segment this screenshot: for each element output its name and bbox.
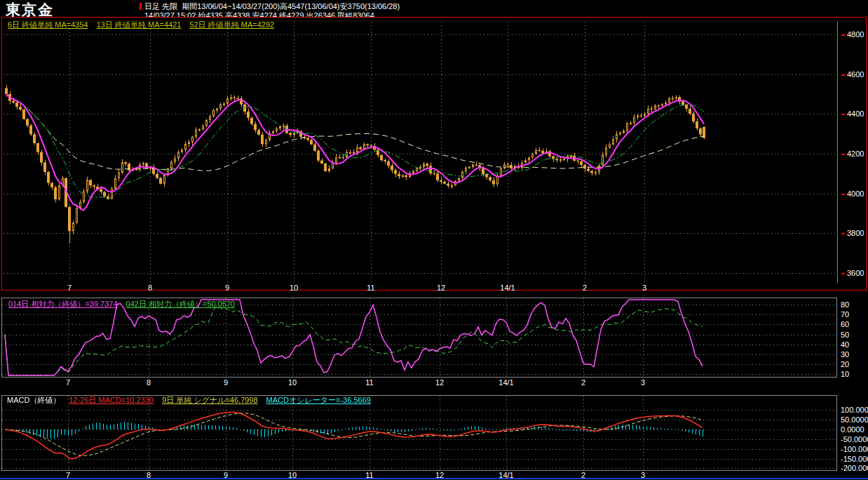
axis-tick-mark — [841, 233, 845, 234]
x-axis-label: 7 — [57, 378, 79, 387]
legend-item: 52日 終値単純 MA=4292 — [189, 20, 274, 29]
red-cursor-mark — [140, 3, 142, 10]
candlestick-chart-canvas[interactable] — [4, 22, 838, 283]
y-axis-label: 10 — [841, 370, 849, 378]
y-axis-label: 40 — [841, 340, 849, 349]
rsi-panel: 014日 相対力（終値）=39.7374042日 相対力（終値）=50.0570… — [1, 298, 867, 387]
legend-item: 12-26日 MACD=10.2330 — [69, 396, 154, 404]
x-axis-label: 8 — [138, 378, 159, 387]
x-axis-label: 3 — [632, 471, 653, 479]
x-axis-label: 10 — [283, 284, 304, 292]
y-axis-label: 4600 — [841, 70, 864, 79]
x-axis-label: 9 — [217, 284, 238, 292]
y-axis-label: 30 — [841, 350, 849, 359]
legend-item: 9日 単純 シグナル=46.7998 — [162, 396, 257, 404]
macd-legend: MACD（終値）12-26日 MACD=10.23309日 単純 シグナル=46… — [7, 395, 379, 406]
x-axis-label: 14/1 — [496, 378, 517, 387]
y-axis-label: -150.0000 — [841, 455, 868, 463]
rsi-legend: 014日 相対力（終値）=39.7374042日 相対力（終値）=50.0570 — [8, 299, 243, 309]
axis-tick-mark — [841, 273, 845, 274]
x-axis-label: 12 — [429, 471, 450, 479]
legend-item: 042日 相対力（終値）=50.0570 — [126, 300, 236, 308]
x-axis-label: 11 — [359, 471, 380, 479]
x-axis-label: 2 — [573, 378, 594, 387]
ma-legend: 6日 終値単純 MA=435413日 終値単純 MA=442152日 終値単純 … — [8, 20, 283, 30]
x-axis-label: 8 — [140, 284, 161, 292]
y-axis-label: 3800 — [841, 229, 864, 237]
y-axis-label: 0.0000 — [841, 425, 864, 434]
axis-tick-mark — [841, 194, 845, 195]
y-axis-label: 4000 — [841, 189, 864, 198]
y-axis-label: 4400 — [841, 109, 864, 118]
legend-item: 6日 終値単純 MA=4354 — [8, 20, 88, 29]
y-axis-label: -100.0000 — [841, 445, 868, 453]
x-axis-label: 14/1 — [496, 471, 517, 479]
legend-item: MACD（終値） — [7, 396, 60, 404]
x-axis-label: 3 — [634, 284, 655, 292]
legend-item: 014日 相対力（終値）=39.7374 — [8, 300, 118, 308]
rsi-chart-canvas[interactable] — [1, 298, 837, 378]
x-axis-label: 2 — [574, 284, 595, 292]
x-axis-label: 9 — [215, 471, 236, 479]
legend-item: 13日 終値単純 MA=4421 — [97, 20, 182, 29]
axis-tick-mark — [841, 114, 845, 115]
x-axis-label: 14/1 — [497, 284, 518, 292]
macd-chart-canvas[interactable] — [1, 395, 837, 471]
chart-app-window: 東京金 日足 先限 期間13/06/04~14/03/27(200)高4547(… — [0, 0, 868, 480]
x-axis-label: 3 — [632, 378, 653, 387]
y-axis-label: 50.0000 — [841, 415, 868, 424]
x-axis-label: 7 — [59, 284, 80, 292]
legend-item: MACDオシレーター=-36.5669 — [266, 396, 371, 404]
axis-tick-mark — [841, 74, 845, 76]
x-axis-label: 12 — [430, 284, 452, 292]
x-axis-label: 11 — [359, 378, 380, 387]
x-axis-label: 10 — [282, 378, 303, 387]
x-axis-label: 9 — [215, 378, 236, 387]
y-axis-label: 4200 — [841, 149, 864, 158]
macd-panel: MACD（終値）12-26日 MACD=10.23309日 単純 シグナル=46… — [1, 395, 867, 480]
x-axis-label: 2 — [573, 471, 594, 479]
y-axis-label: -200.0000 — [841, 464, 868, 472]
x-axis-label: 11 — [360, 284, 381, 292]
x-axis-label: 12 — [429, 378, 450, 387]
x-axis-label: 7 — [57, 471, 79, 479]
x-axis-label: 10 — [282, 471, 303, 479]
y-axis-label: 20 — [841, 360, 849, 368]
y-axis-label: 80 — [841, 300, 849, 309]
y-axis-label: 100.0000 — [841, 406, 868, 414]
y-axis-label: -50.0000 — [841, 435, 868, 444]
y-axis-label: 60 — [841, 320, 849, 328]
y-axis-label: 50 — [841, 331, 849, 339]
y-axis-label: 70 — [841, 310, 849, 319]
axis-tick-mark — [841, 154, 845, 155]
price-chart-panel: 6日 終値単純 MA=435413日 終値単純 MA=442152日 終値単純 … — [1, 17, 867, 291]
y-axis-label: 4800 — [841, 30, 864, 39]
x-axis-label: 8 — [138, 471, 159, 479]
axis-tick-mark — [841, 34, 845, 36]
y-axis-label: 3600 — [841, 269, 864, 277]
